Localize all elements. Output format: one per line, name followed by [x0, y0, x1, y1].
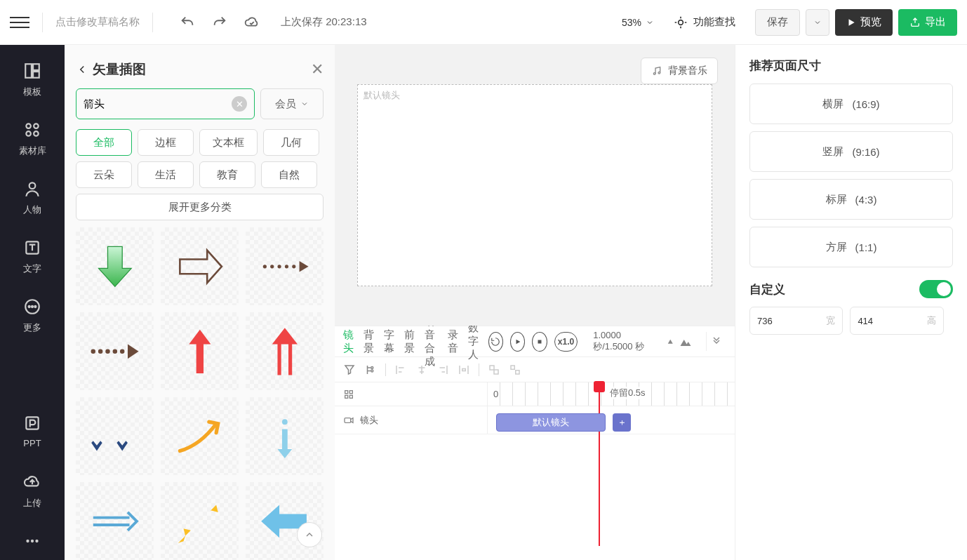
- zoom-slider-icon[interactable]: [667, 335, 692, 348]
- asset-item[interactable]: [76, 482, 154, 560]
- rewind-button[interactable]: [488, 332, 503, 352]
- svg-rect-40: [345, 395, 348, 398]
- category-chip[interactable]: 教育: [199, 161, 255, 188]
- divider: [385, 364, 386, 376]
- svg-point-0: [679, 20, 683, 25]
- size-preset[interactable]: 横屏(16:9): [749, 84, 953, 124]
- sidebar-item-person[interactable]: 人物: [0, 180, 65, 239]
- speed-button[interactable]: x1.0: [554, 332, 578, 352]
- stage[interactable]: 默认镜头: [357, 84, 712, 286]
- category-chip[interactable]: 云朵: [76, 161, 132, 188]
- width-input[interactable]: 736宽: [749, 307, 843, 335]
- timeline-tab[interactable]: 镜头: [343, 328, 354, 355]
- save-button[interactable]: 保存: [755, 9, 800, 36]
- sidebar-item-template[interactable]: 模板: [0, 62, 65, 121]
- distribute-icon[interactable]: [458, 364, 470, 376]
- expand-timeline-icon[interactable]: [706, 332, 726, 351]
- play-icon: [846, 18, 856, 27]
- asset-item[interactable]: [76, 227, 154, 305]
- function-find[interactable]: 功能查找: [674, 15, 735, 29]
- svg-point-11: [29, 306, 30, 307]
- grid-icon[interactable]: [343, 389, 354, 400]
- clear-search-icon[interactable]: ✕: [232, 96, 247, 112]
- chevron-down-icon: [813, 18, 822, 27]
- asset-item[interactable]: [246, 397, 324, 475]
- target-icon: [674, 15, 688, 29]
- align-center-icon[interactable]: [415, 364, 428, 376]
- member-filter[interactable]: 会员: [260, 88, 324, 119]
- svg-point-22: [292, 265, 295, 268]
- asset-item[interactable]: [76, 312, 154, 390]
- ruler[interactable]: 0 停留0.5s: [488, 382, 735, 406]
- preview-button[interactable]: 预览: [835, 9, 893, 36]
- bg-music-button[interactable]: 背景音乐: [641, 58, 718, 84]
- asset-item[interactable]: [161, 482, 239, 560]
- timeline-tab[interactable]: 录音: [448, 328, 458, 355]
- asset-item[interactable]: [246, 227, 324, 305]
- asset-item[interactable]: [76, 397, 154, 475]
- svg-rect-31: [538, 340, 542, 343]
- category-chip[interactable]: 生活: [138, 161, 194, 188]
- tree-icon[interactable]: [364, 364, 377, 376]
- align-left-icon[interactable]: [394, 364, 407, 376]
- category-chip[interactable]: 自然: [261, 161, 317, 188]
- timeline-tab[interactable]: 背景: [364, 328, 374, 355]
- asset-item[interactable]: [161, 312, 239, 390]
- sidebar-item-overflow[interactable]: [0, 532, 65, 560]
- play-button[interactable]: [510, 332, 525, 352]
- chevron-down-icon: [300, 100, 309, 108]
- category-chip[interactable]: 边框: [138, 129, 194, 156]
- asset-item[interactable]: [161, 397, 239, 475]
- scroll-top-button[interactable]: [297, 522, 322, 547]
- cloud-sync-icon[interactable]: [244, 15, 260, 30]
- draft-name[interactable]: 点击修改草稿名称: [55, 15, 140, 29]
- height-input[interactable]: 414高: [850, 307, 943, 335]
- upload-icon: [23, 473, 41, 491]
- timeline-tab[interactable]: 数字人: [468, 321, 479, 361]
- close-icon[interactable]: ✕: [311, 60, 324, 79]
- save-dropdown[interactable]: [806, 9, 829, 36]
- size-preset[interactable]: 竖屏(9:16): [749, 131, 953, 172]
- ungroup-icon[interactable]: [509, 364, 521, 376]
- svg-point-8: [29, 182, 36, 189]
- timeline-clip[interactable]: 默认镜头: [496, 413, 606, 432]
- dots-icon: [23, 532, 41, 550]
- redo-icon[interactable]: [212, 15, 227, 30]
- zoom-selector[interactable]: 53%: [622, 17, 654, 28]
- add-clip-button[interactable]: ＋: [613, 413, 631, 432]
- search-box[interactable]: ✕: [76, 88, 255, 119]
- asset-item[interactable]: [246, 482, 324, 560]
- custom-toggle[interactable]: [919, 280, 953, 298]
- timeline-tab[interactable]: 字幕: [384, 328, 394, 355]
- stop-button[interactable]: [532, 332, 547, 352]
- asset-item[interactable]: [246, 312, 324, 390]
- svg-point-7: [34, 131, 38, 136]
- sidebar-item-assets[interactable]: 素材库: [0, 121, 65, 180]
- export-button[interactable]: 导出: [898, 9, 957, 36]
- size-preset[interactable]: 方屏(1:1): [749, 227, 953, 267]
- more-icon: [23, 298, 41, 316]
- svg-point-16: [31, 540, 34, 542]
- filter-icon[interactable]: [343, 364, 356, 376]
- sidebar-item-upload[interactable]: 上传: [0, 473, 65, 532]
- sidebar-item-ppt[interactable]: PPT: [0, 414, 65, 473]
- svg-point-19: [270, 265, 274, 268]
- category-chip[interactable]: 几何: [263, 129, 319, 156]
- sidebar-item-more[interactable]: 更多: [0, 298, 65, 356]
- chevron-left-icon[interactable]: [76, 63, 88, 76]
- asset-item[interactable]: [161, 227, 239, 305]
- svg-point-25: [105, 349, 109, 353]
- align-right-icon[interactable]: [436, 364, 449, 376]
- svg-rect-37: [516, 370, 519, 373]
- category-chip[interactable]: 文本框: [199, 129, 258, 156]
- category-chip[interactable]: 全部: [76, 129, 132, 156]
- undo-icon[interactable]: [180, 15, 195, 30]
- search-input[interactable]: [84, 98, 232, 110]
- template-icon: [23, 62, 41, 80]
- hamburger-menu[interactable]: [10, 13, 29, 32]
- expand-categories[interactable]: 展开更多分类: [76, 194, 324, 220]
- timeline-tab[interactable]: 前景: [404, 328, 415, 355]
- sidebar-item-text[interactable]: 文字: [0, 239, 65, 298]
- group-icon[interactable]: [488, 364, 500, 376]
- size-preset[interactable]: 标屏(4:3): [749, 179, 953, 220]
